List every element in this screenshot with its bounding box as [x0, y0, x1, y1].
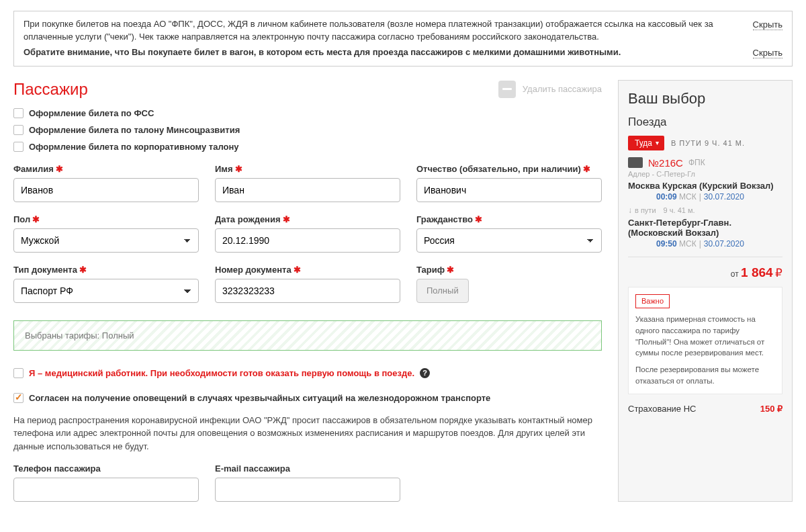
arrow-down-icon: ↓ — [628, 206, 632, 215]
important-badge: Важно — [635, 294, 670, 309]
consent-label: Согласен на получение оповещений в случа… — [29, 393, 490, 403]
important-text-1: Указана примерная стоимость на одного па… — [635, 314, 775, 359]
insurance-row: Страхование НС 150 ₽ — [628, 404, 782, 414]
docnum-input[interactable] — [215, 279, 400, 303]
citizenship-select[interactable]: Россия — [416, 228, 602, 253]
doctype-select[interactable]: Паспорт РФ — [13, 279, 199, 303]
citizenship-label: Гражданство✱ — [416, 214, 602, 224]
minsoc-checkbox-row[interactable]: Оформление билета по талону Минсоцразвит… — [13, 125, 602, 135]
checkbox-icon — [13, 142, 24, 152]
gender-select[interactable]: Мужской — [13, 228, 199, 253]
checkbox-icon — [13, 125, 24, 135]
chevron-down-icon: ▾ — [656, 139, 659, 146]
sidebar-title: Ваш выбор — [628, 90, 782, 107]
arrival-time-row: 09:50 МСК|30.07.2020 — [628, 239, 782, 249]
insurance-label: Страхование НС — [628, 404, 696, 414]
departure-time-row: 00:09 МСК|30.07.2020 — [628, 192, 782, 202]
arrival-station: Санкт-Петербург-Главн. (Московский Вокза… — [628, 218, 782, 238]
tariff-button[interactable]: Полный — [416, 279, 469, 303]
firstname-label: Имя✱ — [215, 164, 400, 174]
price-row: от 1 864 ₽ — [628, 265, 782, 280]
med-checkbox[interactable] — [13, 368, 24, 378]
minsoc-label: Оформление билета по талону Минсоцразвит… — [29, 125, 240, 135]
main-form: Пассажир Удалить пассажира Оформление би… — [13, 80, 602, 502]
delete-passenger-button[interactable]: Удалить пассажира — [498, 81, 602, 98]
docnum-label: Номер документа✱ — [215, 265, 400, 275]
direction-badge[interactable]: Туда▾ — [628, 136, 664, 150]
covid-note: На период распространения коронавирусной… — [13, 414, 602, 453]
train-number: №216С — [648, 157, 683, 169]
dob-label: Дата рождения✱ — [215, 214, 400, 224]
important-box: Важно Указана примерная стоимость на одн… — [628, 287, 782, 394]
lastname-input[interactable] — [13, 178, 199, 202]
sidebar-summary: Ваш выбор Поезда Туда▾ В ПУТИ 9 Ч. 41 М.… — [618, 80, 793, 502]
firstname-input[interactable] — [215, 178, 400, 202]
minus-icon — [498, 81, 516, 98]
dob-input[interactable] — [215, 228, 400, 253]
tariff-label: Тариф✱ — [416, 265, 602, 275]
notice-text-2: Обратите внимание, что Вы покупаете биле… — [24, 46, 740, 59]
carrier-label: ФПК — [688, 158, 705, 167]
tariff-selected-bar: Выбраны тарифы: Полный — [13, 320, 602, 351]
consent-checkbox[interactable] — [13, 393, 24, 403]
phone-input[interactable] — [13, 478, 199, 502]
corp-label: Оформление билета по корпоративному тало… — [29, 142, 239, 152]
checkbox-icon — [13, 108, 24, 118]
lastname-label: Фамилия✱ — [13, 164, 199, 174]
in-path-row: ↓ в пути 9 ч. 41 м. — [628, 206, 782, 215]
corp-checkbox-row[interactable]: Оформление билета по корпоративному тало… — [13, 142, 602, 152]
phone-label: Телефон пассажира — [13, 463, 199, 474]
hide-link-2[interactable]: Скрыть — [753, 48, 782, 58]
med-label: Я – медицинский работник. При необходимо… — [29, 368, 414, 378]
travel-time: В ПУТИ 9 Ч. 41 М. — [671, 139, 745, 147]
hide-link-1[interactable]: Скрыть — [753, 19, 782, 30]
notice-banner: При покупке билетов на поезда АО "ФПК", … — [13, 11, 793, 66]
fss-checkbox-row[interactable]: Оформление билета по ФСС — [13, 108, 602, 118]
fss-label: Оформление билета по ФСС — [29, 108, 154, 118]
route-short: Адлер - С-Петер-Гл — [628, 170, 782, 178]
gender-label: Пол✱ — [13, 214, 199, 224]
sidebar-section-trains: Поезда — [628, 116, 782, 129]
patronymic-label: Отчество (обязательно, при наличии)✱ — [416, 164, 602, 174]
patronymic-input[interactable] — [416, 178, 602, 202]
doctype-label: Тип документа✱ — [13, 265, 199, 275]
email-label: E-mail пассажира — [215, 463, 400, 474]
delete-passenger-label: Удалить пассажира — [523, 84, 602, 94]
train-icon — [628, 157, 643, 168]
email-input[interactable] — [215, 478, 400, 502]
notice-text-1: При покупке билетов на поезда АО "ФПК", … — [24, 18, 740, 44]
page-title: Пассажир — [13, 80, 88, 99]
insurance-price: 150 ₽ — [760, 404, 782, 414]
important-text-2: После резервирования вы можете отказатьс… — [635, 364, 775, 386]
departure-station: Москва Курская (Курский Вокзал) — [628, 181, 782, 191]
info-icon[interactable]: ? — [420, 368, 430, 378]
